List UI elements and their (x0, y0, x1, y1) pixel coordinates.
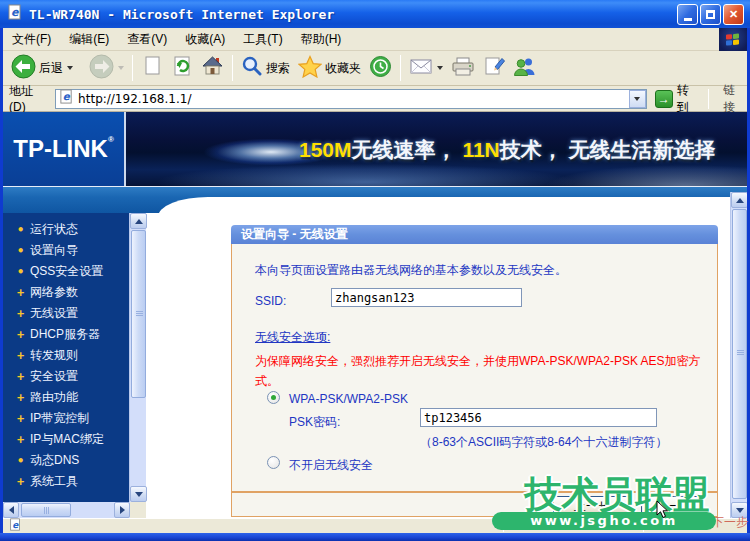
scroll-down-icon[interactable] (130, 486, 147, 502)
sidebar-item-network[interactable]: +网络参数 (3, 282, 129, 303)
scrollbar-thumb[interactable] (131, 230, 146, 398)
psk-hint-text: （8-63个ASCII码字符或8-64个十六进制字符） (420, 434, 667, 451)
no-security-radio[interactable] (267, 456, 280, 469)
svg-text:e: e (63, 90, 71, 102)
sidebar-item-wireless[interactable]: +无线设置 (3, 303, 129, 324)
sidebar-nav: •运行状态 •设置向导 •QSS安全设置 +网络参数 +无线设置 +DHCP服务… (3, 213, 129, 502)
sidebar-item-wizard[interactable]: •设置向导 (3, 240, 129, 261)
menu-help[interactable]: 帮助(H) (292, 28, 351, 50)
menu-view[interactable]: 查看(V) (118, 28, 176, 50)
favorites-label: 收藏夹 (325, 60, 361, 77)
search-label: 搜索 (266, 60, 290, 77)
sidebar-item-label: 系统工具 (30, 473, 78, 490)
menu-file[interactable]: 文件(F) (3, 28, 60, 50)
sidebar-item-qss[interactable]: •QSS安全设置 (3, 261, 129, 282)
forward-button[interactable] (85, 53, 128, 83)
scrollbar-thumb[interactable] (21, 503, 71, 517)
sidebar-item-routing[interactable]: +路由功能 (3, 387, 129, 408)
links-label[interactable]: 链接 (723, 82, 747, 116)
back-button[interactable]: 后退 (7, 53, 77, 83)
plus-icon: + (17, 370, 30, 384)
psk-password-input[interactable] (420, 408, 657, 427)
favorites-button[interactable]: 收藏夹 (294, 53, 365, 83)
tplink-logo: TP-LINK® (3, 112, 126, 186)
stop-button[interactable] (137, 53, 167, 83)
printer-icon (451, 56, 475, 81)
sidebar-item-bandwidth[interactable]: +IP带宽控制 (3, 408, 129, 429)
wizard-intro-text: 本向导页面设置路由器无线网络的基本参数以及无线安全。 (255, 262, 567, 279)
back-icon (11, 54, 36, 83)
wizard-panel-title: 设置向导 - 无线设置 (231, 225, 718, 244)
edit-button[interactable] (479, 53, 509, 83)
ssid-input[interactable] (331, 288, 522, 307)
wpa-psk-radio[interactable] (267, 391, 280, 404)
svg-text:e: e (12, 520, 19, 530)
sidebar-item-label: 动态DNS (30, 452, 79, 469)
home-button[interactable] (197, 53, 228, 83)
sidebar-item-security[interactable]: +安全设置 (3, 366, 129, 387)
maximize-button[interactable] (700, 4, 721, 25)
go-label: 转到 (677, 82, 701, 116)
scroll-left-icon[interactable] (3, 502, 19, 518)
menu-tools[interactable]: 工具(T) (234, 28, 291, 50)
bullet-icon: • (17, 265, 30, 279)
standard-toolbar: 后退 搜索 (3, 51, 747, 86)
sidebar-item-ddns[interactable]: •动态DNS (3, 450, 129, 471)
back-dropdown-icon[interactable] (67, 66, 73, 70)
menu-edit[interactable]: 编辑(E) (60, 28, 118, 50)
sidebar-item-dhcp[interactable]: +DHCP服务器 (3, 324, 129, 345)
plus-icon: + (17, 286, 30, 300)
page-rounded-corner (158, 197, 737, 217)
messenger-button[interactable] (509, 53, 541, 83)
title-bar[interactable]: e TL-WR740N - Microsoft Internet Explore… (0, 0, 750, 28)
back-label: 后退 (39, 60, 63, 77)
favorites-star-icon (298, 55, 322, 82)
window-border-bottom[interactable] (0, 533, 750, 541)
print-button[interactable] (447, 53, 479, 83)
sidebar-item-label: 无线设置 (30, 305, 78, 322)
sidebar-item-forwarding[interactable]: +转发规则 (3, 345, 129, 366)
scroll-up-icon[interactable] (731, 192, 748, 208)
forward-dropdown-icon (118, 66, 124, 70)
mail-dropdown-icon[interactable] (437, 66, 443, 70)
sidebar-scrollbar[interactable] (129, 213, 146, 502)
scroll-right-icon[interactable] (114, 502, 130, 518)
sidebar-hscrollbar[interactable] (3, 502, 130, 518)
mail-button[interactable] (405, 53, 447, 83)
ssid-label: SSID: (255, 294, 286, 308)
history-button[interactable] (365, 53, 396, 83)
banner-tagline: 150M无线速率， 11N技术， 无线生活新选择 (299, 136, 716, 164)
ie-page-icon: e (7, 4, 23, 24)
bullet-icon: • (17, 244, 30, 258)
sidebar-item-status[interactable]: •运行状态 (3, 219, 129, 240)
windows-logo (719, 28, 747, 51)
address-dropdown-button[interactable] (629, 90, 646, 108)
address-field[interactable]: e http://192.168.1.1/ (55, 89, 647, 109)
scroll-up-icon[interactable] (130, 213, 147, 229)
history-icon (369, 55, 392, 82)
window-border-left (0, 28, 3, 533)
go-button[interactable]: → 转到 (655, 82, 700, 116)
plus-icon: + (17, 433, 30, 447)
sidebar-item-label: 转发规则 (30, 347, 78, 364)
plus-icon: + (17, 349, 30, 363)
menu-favorites[interactable]: 收藏(A) (176, 28, 234, 50)
no-security-radio-label[interactable]: 不开启无线安全 (289, 457, 373, 474)
sidebar-item-system-tools[interactable]: +系统工具 (3, 471, 129, 492)
main-scrollbar[interactable] (730, 192, 747, 518)
registered-mark: ® (108, 135, 114, 144)
plus-icon: + (17, 307, 30, 321)
edit-icon (483, 55, 505, 81)
wpa-psk-radio-label[interactable]: WPA-PSK/WPA2-PSK (289, 392, 408, 406)
close-button[interactable]: ✕ (723, 4, 744, 25)
security-warning-text: 为保障网络安全，强烈推荐开启无线安全，并使用WPA-PSK/WPA2-PSK A… (255, 351, 707, 391)
mail-icon (409, 56, 433, 80)
sidebar-item-ip-mac[interactable]: +IP与MAC绑定 (3, 429, 129, 450)
plus-icon: + (17, 391, 30, 405)
minimize-button[interactable] (677, 4, 698, 25)
url-text[interactable]: http://192.168.1.1/ (78, 92, 629, 106)
search-button[interactable]: 搜索 (237, 53, 294, 83)
psk-password-label: PSK密码: (289, 414, 340, 431)
scrollbar-thumb[interactable] (732, 209, 747, 499)
refresh-button[interactable] (167, 53, 197, 83)
